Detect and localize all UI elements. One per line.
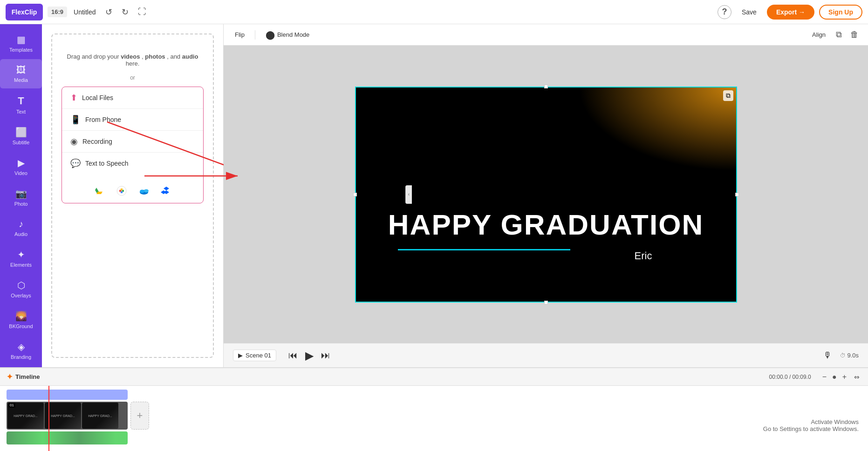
- recording-icon: ◉: [70, 136, 78, 147]
- zoom-in-button[interactable]: +: [841, 372, 848, 382]
- recording-label: Recording: [82, 138, 112, 145]
- undo-button[interactable]: ↺: [103, 5, 115, 19]
- timeline-total-time: 00:09.0: [793, 374, 811, 380]
- redo-button[interactable]: ↻: [119, 5, 131, 19]
- onedrive-icon[interactable]: [136, 182, 152, 199]
- export-button[interactable]: Export →: [767, 5, 814, 20]
- timeline-icon: ✦: [7, 372, 13, 381]
- overlays-icon: ⬡: [17, 280, 25, 291]
- timeline-playhead: [48, 386, 49, 451]
- canvas-bg-gradient: [578, 88, 736, 171]
- sidebar-item-photo-label: Photo: [14, 201, 28, 207]
- track-thumb-3: HAPPY GRAD...: [82, 403, 118, 429]
- sidebar-item-audio-label: Audio: [14, 231, 27, 237]
- sidebar-item-subtitle[interactable]: ⬜ Subtitle: [0, 121, 42, 151]
- google-photos-icon[interactable]: [113, 182, 130, 199]
- video-track[interactable]: 01 HAPPY GRAD... HAPPY GRAD... HAPPY GRA…: [7, 402, 128, 430]
- help-button[interactable]: ?: [718, 5, 731, 19]
- next-scene-button[interactable]: ⏭: [319, 347, 332, 364]
- sidebar-item-elements-label: Elements: [10, 262, 32, 268]
- save-button[interactable]: Save: [736, 6, 762, 19]
- audio-track[interactable]: [7, 431, 128, 444]
- video-track-row: 01 HAPPY GRAD... HAPPY GRAD... HAPPY GRA…: [7, 402, 861, 430]
- canvas-wrapper: HAPPY GRADUATION Eric ⧉: [355, 87, 737, 303]
- google-drive-icon[interactable]: [91, 182, 108, 199]
- editor-area: Flip ⬤ Blend Mode Align ⧉ 🗑: [224, 24, 868, 367]
- sidebar-item-media-label: Media: [14, 77, 28, 83]
- record-audio-button[interactable]: 🎙: [821, 349, 834, 362]
- duration-value: 9.0s: [847, 352, 859, 359]
- bkground-icon: 🌄: [15, 310, 27, 322]
- fit-timeline-button[interactable]: ⇔: [852, 372, 861, 382]
- blend-mode-dot-icon: ⬤: [266, 30, 275, 40]
- photo-icon: 📷: [15, 188, 27, 199]
- flip-button[interactable]: Flip: [231, 29, 248, 40]
- blend-mode-label: Blend Mode: [277, 31, 309, 38]
- layers-button[interactable]: ⧉: [834, 28, 844, 41]
- elements-icon: ✦: [17, 249, 25, 260]
- handle-right[interactable]: [735, 193, 739, 196]
- track-row-top[interactable]: [7, 390, 128, 400]
- track-number-badge: 01: [8, 403, 15, 408]
- zoom-out-button[interactable]: −: [820, 372, 828, 382]
- media-drop-area[interactable]: Drag and drop your videos , photos , and…: [51, 34, 214, 358]
- sidebar-item-bkground[interactable]: 🌄 BKGround: [0, 305, 42, 335]
- video-canvas[interactable]: HAPPY GRADUATION Eric: [355, 87, 737, 303]
- delete-button[interactable]: 🗑: [848, 28, 861, 41]
- timeline-header: ✦ Timeline 00:00.0 / 00:09.0 − ● + ⇔: [0, 368, 868, 386]
- sidebar-item-branding[interactable]: ◈ Branding: [0, 336, 42, 365]
- duration-display: ⏱ 9.0s: [840, 352, 859, 359]
- recording-option[interactable]: ◉ Recording: [62, 131, 203, 153]
- playback-controls: ⏮ ▶ ⏭: [287, 347, 332, 364]
- sidebar-item-elements[interactable]: ✦ Elements: [0, 243, 42, 273]
- add-scene-button[interactable]: +: [130, 402, 149, 430]
- timeline-track-area: 01 HAPPY GRAD... HAPPY GRAD... HAPPY GRA…: [7, 390, 861, 447]
- playback-right: 🎙 ⏱ 9.0s: [821, 349, 859, 362]
- sidebar-item-text[interactable]: T Text: [0, 89, 42, 120]
- sidebar-item-templates-label: Templates: [9, 47, 33, 53]
- handle-bottom[interactable]: [544, 301, 548, 304]
- app-logo: FlexClip: [6, 4, 43, 20]
- branding-icon: ◈: [18, 341, 25, 352]
- track-thumb-2: HAPPY GRAD...: [45, 403, 81, 429]
- toolbar-separator: [255, 30, 255, 40]
- local-files-label: Local Files: [82, 94, 113, 101]
- play-scene-button[interactable]: ▶ Scene 01: [233, 350, 276, 361]
- project-title[interactable]: Untitled: [74, 8, 96, 16]
- sidebar-item-video[interactable]: ▶ Video: [0, 152, 42, 182]
- upload-options-panel: ⬆ Local Files 📱 From Phone ◉ Recording 💬…: [62, 87, 204, 203]
- sidebar-item-overlays[interactable]: ⬡ Overlays: [0, 274, 42, 304]
- fullscreen-button[interactable]: ⛶: [135, 5, 149, 19]
- canvas-area: HAPPY GRADUATION Eric ⧉ ‹: [224, 46, 868, 343]
- timeline-current-time: 00:00.0: [769, 374, 788, 380]
- signup-button[interactable]: Sign Up: [819, 5, 862, 20]
- dropbox-icon[interactable]: [158, 182, 175, 199]
- play-pause-button[interactable]: ▶: [303, 347, 315, 364]
- handle-top[interactable]: [544, 85, 548, 88]
- playback-bar: ▶ Scene 01 ⏮ ▶ ⏭ 🎙 ⏱ 9.0s: [224, 343, 868, 367]
- from-phone-option[interactable]: 📱 From Phone: [62, 109, 203, 131]
- sidebar-item-audio[interactable]: ♪ Audio: [0, 213, 42, 242]
- sidebar-item-media[interactable]: 🖼 Media: [0, 59, 42, 88]
- text-icon: T: [18, 95, 24, 107]
- canvas-divider: [398, 249, 570, 250]
- handle-left[interactable]: [353, 193, 357, 196]
- blend-mode-button[interactable]: ⬤ Blend Mode: [262, 28, 313, 42]
- media-panel: Drag and drop your videos , photos , and…: [42, 24, 224, 367]
- topbar: FlexClip 16:9 Untitled ↺ ↻ ⛶ ? Save Expo…: [0, 0, 868, 24]
- sidebar-item-templates[interactable]: ▦ Templates: [0, 28, 42, 58]
- aspect-ratio-badge[interactable]: 16:9: [48, 7, 67, 17]
- collapse-panel-handle[interactable]: ‹: [405, 185, 412, 204]
- canvas-name[interactable]: Eric: [635, 250, 652, 262]
- local-files-option[interactable]: ⬆ Local Files: [62, 87, 203, 109]
- audio-icon: ♪: [19, 219, 23, 229]
- prev-scene-button[interactable]: ⏮: [287, 347, 300, 364]
- sidebar-item-overlays-label: Overlays: [11, 293, 31, 298]
- canvas-headline[interactable]: HAPPY GRADUATION: [356, 208, 736, 241]
- topbar-icons: ↺ ↻ ⛶: [103, 5, 149, 19]
- text-to-speech-option[interactable]: 💬 Text to Speech: [62, 153, 203, 174]
- duplicate-canvas-button[interactable]: ⧉: [723, 90, 733, 101]
- sidebar-item-photo[interactable]: 📷 Photo: [0, 182, 42, 212]
- timeline-title: Timeline: [15, 373, 40, 380]
- align-button[interactable]: Align: [808, 29, 829, 40]
